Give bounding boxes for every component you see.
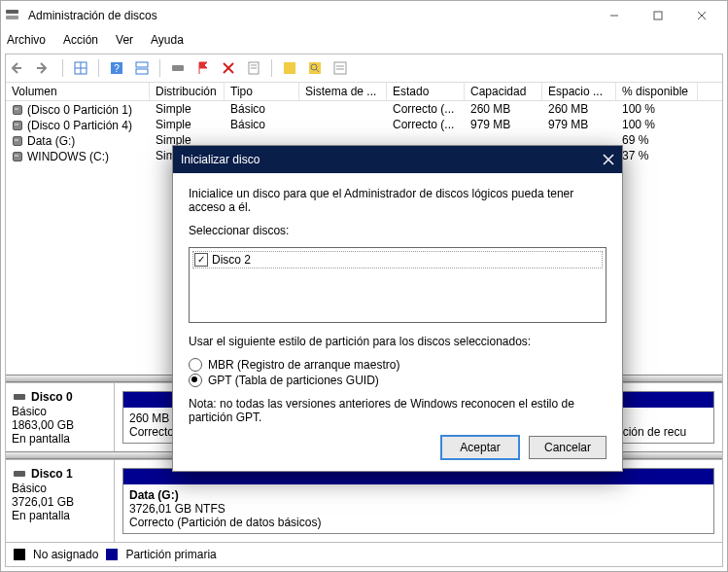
radio-icon[interactable] <box>189 358 202 372</box>
partition[interactable]: Data (G:) 3726,01 GB NTFS Correcto (Part… <box>122 468 714 534</box>
cell-type: Básico <box>225 102 299 116</box>
list-item-label: Disco 2 <box>212 253 251 267</box>
volume-icon <box>12 148 27 163</box>
radio-label: GPT (Tabla de particiones GUID) <box>208 374 379 387</box>
dialog-close-button[interactable] <box>603 154 614 165</box>
window-controls <box>592 2 723 29</box>
dialog-buttons: Aceptar Cancelar <box>189 436 607 459</box>
disk-name: Disco 1 <box>31 467 73 481</box>
column-state[interactable]: Estado <box>387 83 465 100</box>
partition-label: Data (G:) <box>129 488 708 502</box>
menu-help[interactable]: Ayuda <box>149 33 186 47</box>
search-yellow-icon[interactable] <box>305 58 325 78</box>
menu-view[interactable]: Ver <box>114 33 135 47</box>
table-row[interactable]: (Disco 0 Partición 1) Simple Básico Corr… <box>6 101 722 117</box>
legend-primary: Partición primaria <box>125 548 216 561</box>
cell-layout: Simple <box>150 102 225 116</box>
column-volume[interactable]: Volumen <box>6 83 150 100</box>
menu-action[interactable]: Acción <box>61 33 100 47</box>
svg-rect-19 <box>284 62 295 74</box>
menu-file[interactable]: Archivo <box>5 33 48 47</box>
column-type[interactable]: Tipo <box>225 83 299 100</box>
separator-icon <box>271 59 272 77</box>
disk-size: 1863,00 GB <box>12 418 108 432</box>
legend-swatch-primary <box>106 549 118 560</box>
maximize-button[interactable] <box>636 2 679 29</box>
disk-info[interactable]: Disco 1 Básico 3726,01 GB En pantalla <box>6 460 115 542</box>
disk-info[interactable]: Disco 0 Básico 1863,00 GB En pantalla <box>6 383 115 451</box>
radio-label: MBR (Registro de arranque maestro) <box>208 358 399 372</box>
disk-icon <box>12 466 27 482</box>
delete-icon[interactable] <box>219 58 238 78</box>
svg-rect-1 <box>6 16 18 19</box>
cell-state: Correcto (... <box>387 102 465 116</box>
radio-gpt[interactable]: GPT (Tabla de particiones GUID) <box>189 374 607 387</box>
legend-swatch-unassigned <box>14 549 25 560</box>
column-capacity[interactable]: Capacidad <box>465 83 542 100</box>
volume-icon <box>12 117 27 132</box>
dialog-select-label: Seleccionar discos: <box>189 224 607 237</box>
dialog-title: Inicializar disco <box>181 153 260 166</box>
cell-free: 260 MB <box>542 102 616 116</box>
volume-icon <box>12 101 27 117</box>
disk-name: Disco 0 <box>31 390 73 404</box>
partition-fs: 3726,01 GB NTFS <box>129 502 708 516</box>
back-icon[interactable] <box>10 58 29 78</box>
drive-icon[interactable] <box>168 58 188 78</box>
svg-rect-12 <box>136 69 148 74</box>
forward-icon[interactable] <box>35 58 54 78</box>
svg-rect-3 <box>654 12 662 19</box>
initialize-disk-dialog: Inicializar disco Inicialice un disco pa… <box>172 145 623 472</box>
volume-icon <box>12 132 27 148</box>
cell-capacity: 979 MB <box>465 118 542 131</box>
dialog-title-bar: Inicializar disco <box>173 146 622 173</box>
cell-volume: (Disco 0 Partición 1) <box>27 103 132 117</box>
list-item[interactable]: ✓ Disco 2 <box>193 252 602 268</box>
disk-status: En pantalla <box>12 432 108 446</box>
column-free[interactable]: Espacio ... <box>542 83 616 100</box>
radio-icon[interactable] <box>189 374 202 387</box>
disk-type: Básico <box>12 482 108 495</box>
disk-size: 3726,01 GB <box>12 495 108 509</box>
minimize-button[interactable] <box>592 2 636 29</box>
dialog-body: Inicialice un disco para que el Administ… <box>173 173 622 471</box>
disk-type: Básico <box>12 405 108 418</box>
cell-free: 979 MB <box>542 118 616 131</box>
separator-icon <box>62 59 63 77</box>
titlebar: Administración de discos <box>1 1 727 30</box>
main-window: Administración de discos Archivo Acción … <box>0 0 728 572</box>
flag-icon[interactable] <box>193 58 213 78</box>
column-filesystem[interactable]: Sistema de ... <box>299 83 387 100</box>
svg-rect-26 <box>14 394 25 400</box>
column-percent[interactable]: % disponible <box>616 83 698 100</box>
column-layout[interactable]: Distribución <box>150 83 225 100</box>
menubar: Archivo Acción Ver Ayuda <box>1 30 727 50</box>
table-row[interactable]: (Disco 0 Partición 4) Simple Básico Corr… <box>6 117 722 132</box>
cell-percent: 37 % <box>616 149 698 162</box>
list-grey-icon[interactable] <box>330 58 350 78</box>
close-button[interactable] <box>679 2 723 29</box>
legend: No asignado Partición primaria <box>6 542 722 566</box>
disk-status: En pantalla <box>12 509 108 522</box>
new-yellow-icon[interactable] <box>280 58 299 78</box>
cell-state: Correcto (... <box>387 118 465 131</box>
separator-icon <box>159 59 160 77</box>
svg-rect-13 <box>172 65 184 71</box>
table-header: Volumen Distribución Tipo Sistema de ...… <box>6 83 722 101</box>
separator-icon <box>98 59 99 77</box>
checkbox-icon[interactable]: ✓ <box>194 253 208 267</box>
cell-volume: Data (G:) <box>27 134 75 148</box>
layout-icon[interactable] <box>132 58 152 78</box>
dialog-intro: Inicialice un disco para que el Administ… <box>189 187 607 214</box>
cancel-button[interactable]: Cancelar <box>529 436 607 459</box>
cell-percent: 100 % <box>616 102 698 116</box>
grid-icon[interactable] <box>71 58 90 78</box>
legend-unassigned: No asignado <box>33 548 98 561</box>
disk-partitions: Data (G:) 3726,01 GB NTFS Correcto (Part… <box>115 460 722 542</box>
disk-select-list[interactable]: ✓ Disco 2 <box>189 247 607 323</box>
svg-rect-23 <box>334 62 346 74</box>
help-icon[interactable]: ? <box>107 58 126 78</box>
ok-button[interactable]: Aceptar <box>441 436 519 459</box>
radio-mbr[interactable]: MBR (Registro de arranque maestro) <box>189 358 607 372</box>
properties-icon[interactable] <box>244 58 263 78</box>
